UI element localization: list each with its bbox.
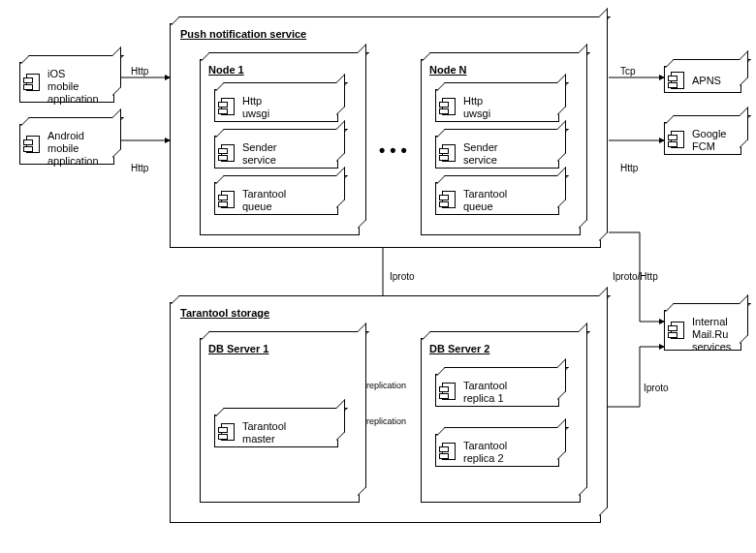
nodeN-queue-box: Tarantool queue [435, 182, 559, 215]
db1-master-box: Tarantool master [214, 415, 338, 447]
node1-sender-label: Sender service [242, 141, 276, 167]
edge-http1: Http [131, 66, 148, 77]
ios-client-box: iOS mobile application [19, 62, 114, 103]
db2-replica2-box: Tarantool replica 2 [435, 434, 559, 467]
db1-box: DB Server 1 Tarantool master [200, 338, 360, 503]
db2-box: DB Server 2 Tarantool replica 1 Tarantoo… [421, 338, 581, 503]
component-icon [442, 98, 456, 115]
component-icon [221, 191, 235, 208]
component-icon [26, 136, 40, 153]
nodeN-title: Node N [429, 64, 467, 76]
fcm-box: Google FCM [664, 122, 741, 155]
edge-tcp: Tcp [620, 66, 636, 77]
nodeN-box: Node N Http uwsgi Sender service Taranto… [421, 59, 581, 235]
edge-repl1: replication [366, 381, 406, 390]
nodeN-queue-label: Tarantool queue [463, 188, 507, 213]
nodeN-sender-box: Sender service [435, 136, 559, 169]
nodeN-http-box: Http uwsgi [435, 89, 559, 122]
component-icon [442, 191, 456, 208]
db2-title: DB Server 2 [429, 343, 489, 354]
edge-iproto2: Iproto [644, 383, 669, 393]
mailru-label: Internal Mail.Ru services [692, 316, 731, 354]
node1-sender-box: Sender service [214, 136, 338, 169]
component-icon [671, 322, 684, 339]
nodeN-sender-label: Sender service [463, 141, 497, 167]
db2-replica1-box: Tarantool replica 1 [435, 374, 559, 407]
apns-label: APNS [692, 75, 721, 87]
edge-http2: Http [131, 163, 148, 173]
edge-iprotohttp: Iproto/Http [613, 271, 658, 282]
component-icon [671, 131, 684, 148]
apns-box: APNS [664, 66, 741, 93]
component-icon [221, 98, 235, 115]
android-client-box: Android mobile application [19, 124, 114, 165]
android-label: Android mobile application [47, 130, 99, 169]
component-icon [221, 423, 235, 441]
storage-title: Tarantool storage [180, 307, 269, 319]
ios-label: iOS mobile application [47, 68, 99, 107]
mailru-box: Internal Mail.Ru services [664, 310, 741, 351]
component-icon [26, 74, 40, 91]
node1-title: Node 1 [208, 64, 244, 76]
component-icon [442, 144, 456, 162]
fcm-label: Google FCM [692, 128, 726, 153]
node1-queue-label: Tarantool queue [242, 188, 286, 213]
push-service-title: Push notification service [180, 28, 306, 40]
edge-repl2: replication [366, 416, 406, 426]
nodeN-http-label: Http uwsgi [463, 95, 490, 120]
storage-box: Tarantool storage DB Server 1 Tarantool … [170, 302, 601, 523]
db1-title: DB Server 1 [208, 343, 268, 354]
edge-http3: Http [620, 163, 638, 173]
node1-queue-box: Tarantool queue [214, 182, 338, 215]
component-icon [442, 383, 456, 400]
component-icon [221, 144, 235, 162]
push-service-box: Push notification service Node 1 Http uw… [170, 23, 601, 248]
node1-box: Node 1 Http uwsgi Sender service Taranto… [200, 59, 360, 235]
edge-iproto1: Iproto [390, 271, 415, 282]
component-icon [671, 72, 684, 89]
db2-replica1-label: Tarantool replica 1 [463, 380, 507, 405]
component-icon [442, 443, 456, 460]
db1-master-label: Tarantool master [242, 420, 286, 445]
ellipsis: • • • [379, 140, 407, 161]
db2-replica2-label: Tarantool replica 2 [463, 440, 507, 465]
node1-http-label: Http uwsgi [242, 95, 269, 120]
node1-http-box: Http uwsgi [214, 89, 338, 122]
